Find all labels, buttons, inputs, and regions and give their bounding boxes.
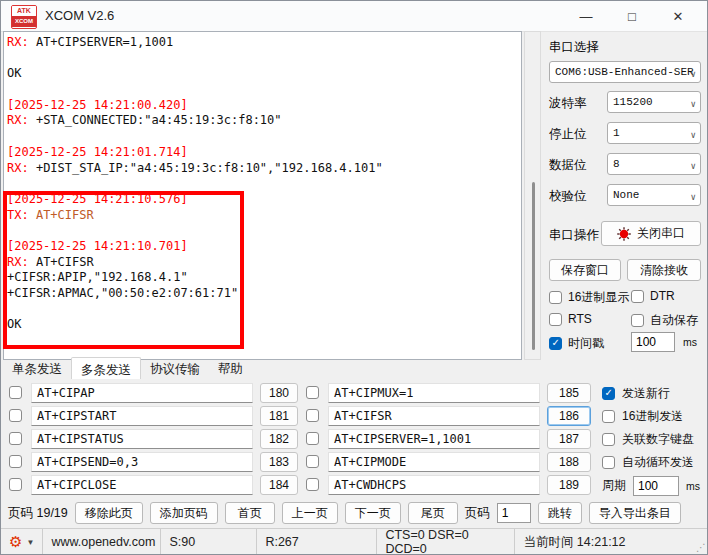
- send-command-row: AT+CIPSTATUS182: [9, 428, 298, 449]
- minimize-button[interactable]: —: [563, 1, 609, 31]
- send-number-button[interactable]: 185: [547, 383, 591, 403]
- settings-menu[interactable]: ⚙ ▼: [1, 529, 43, 555]
- setting-dropdown[interactable]: 115200∨: [607, 91, 701, 113]
- port-select-dropdown[interactable]: COM6:USB-Enhanced-SER ∨: [549, 61, 701, 83]
- send-select-checkbox[interactable]: [9, 409, 22, 422]
- send-command-row: AT+CWDHCPS189: [306, 474, 591, 495]
- log-scrollbar[interactable]: [524, 31, 541, 360]
- maximize-button[interactable]: □: [609, 1, 655, 31]
- close-serial-button[interactable]: 关闭串口: [601, 221, 701, 246]
- save-window-button[interactable]: 保存窗口: [549, 259, 621, 281]
- checkbox-icon[interactable]: [602, 410, 615, 423]
- page-button-上一页[interactable]: 上一页: [282, 502, 338, 524]
- setting-dropdown[interactable]: 8∨: [607, 153, 701, 175]
- scrollbar-thumb[interactable]: [532, 182, 535, 350]
- send-number-button[interactable]: 182: [260, 429, 298, 449]
- command-input[interactable]: AT+CIPCLOSE: [31, 475, 253, 495]
- send-select-checkbox[interactable]: [9, 478, 22, 491]
- checkbox-icon[interactable]: [631, 314, 644, 327]
- option-label: 关联数字键盘: [622, 431, 694, 448]
- dtr-checkbox[interactable]: DTR: [631, 289, 675, 303]
- send-number-button[interactable]: 184: [260, 475, 298, 495]
- command-input[interactable]: AT+CIPMODE: [328, 452, 540, 472]
- checkbox-icon[interactable]: [602, 387, 615, 400]
- rts-checkbox[interactable]: RTS: [549, 312, 592, 326]
- command-input[interactable]: AT+CWDHCPS: [328, 475, 540, 495]
- checkbox-icon[interactable]: [602, 456, 615, 469]
- close-serial-label: 关闭串口: [637, 225, 685, 242]
- command-input[interactable]: AT+CIFSR: [328, 406, 540, 426]
- send-select-checkbox[interactable]: [9, 386, 22, 399]
- send-option-关联数字键盘[interactable]: 关联数字键盘: [602, 428, 706, 451]
- window-title: XCOM V2.6: [45, 8, 114, 23]
- website-link[interactable]: www.openedv.com: [43, 529, 161, 555]
- checkbox-icon[interactable]: [631, 290, 644, 303]
- tab-单条发送[interactable]: 单条发送: [3, 359, 71, 379]
- checkbox-icon[interactable]: [549, 313, 562, 326]
- send-number-button[interactable]: 187: [547, 429, 591, 449]
- command-input[interactable]: AT+CIPMUX=1: [328, 383, 540, 403]
- hex-display-label: 16进制显示: [568, 289, 629, 306]
- period-row: 周期ms: [602, 474, 706, 497]
- clear-receive-button[interactable]: 清除接收: [627, 259, 701, 281]
- send-command-row: AT+CIPMODE188: [306, 451, 591, 472]
- logo-bottom-text: XCOM: [12, 16, 36, 27]
- log-line: RX: AT+CIPSERVER=1,1001: [7, 35, 519, 51]
- send-number-button[interactable]: 189: [547, 475, 591, 495]
- command-input[interactable]: AT+CIPSTART: [31, 406, 253, 426]
- log-line: [7, 129, 519, 145]
- caret-down-icon: ▼: [26, 538, 34, 547]
- command-input[interactable]: AT+CIPSERVER=1,1001: [328, 429, 540, 449]
- send-command-row: AT+CIPAP180: [9, 382, 298, 403]
- command-input[interactable]: AT+CIPAP: [31, 383, 253, 403]
- page-button-移除此页[interactable]: 移除此页: [75, 502, 143, 524]
- command-input[interactable]: AT+CIPSTATUS: [31, 429, 253, 449]
- gear-icon[interactable]: ⚙: [9, 533, 22, 551]
- setting-dropdown[interactable]: 1∨: [607, 122, 701, 144]
- port-select-label: 串口选择: [549, 39, 599, 56]
- goto-page-input[interactable]: [497, 503, 531, 523]
- send-number-button[interactable]: 183: [260, 452, 298, 472]
- checkbox-icon[interactable]: [549, 337, 562, 350]
- chevron-down-icon: ∨: [691, 126, 696, 144]
- close-button[interactable]: ✕: [655, 1, 701, 31]
- send-option-发送新行[interactable]: 发送新行: [602, 382, 706, 405]
- send-select-checkbox[interactable]: [306, 432, 319, 445]
- timestamp-interval-input[interactable]: [631, 332, 675, 352]
- log-line: [2025-12-25 14:21:00.420]: [7, 98, 519, 114]
- log-line: [7, 51, 519, 67]
- command-input[interactable]: AT+CIPSEND=0,3: [31, 452, 253, 472]
- send-select-checkbox[interactable]: [9, 455, 22, 468]
- status-bar: ⚙ ▼ www.openedv.com S:90 R:267 CTS=0 DSR…: [1, 528, 708, 555]
- page-button-尾页[interactable]: 尾页: [408, 502, 458, 524]
- page-button-添加页码[interactable]: 添加页码: [150, 502, 218, 524]
- jump-button[interactable]: 跳转: [538, 502, 582, 524]
- setting-dropdown[interactable]: None∨: [607, 184, 701, 206]
- period-input[interactable]: [633, 476, 679, 496]
- send-option-16进制发送[interactable]: 16进制发送: [602, 405, 706, 428]
- page-button-下一页[interactable]: 下一页: [345, 502, 401, 524]
- checkbox-icon[interactable]: [602, 433, 615, 446]
- timestamp-checkbox[interactable]: 时间戳: [549, 335, 604, 352]
- send-select-checkbox[interactable]: [306, 409, 319, 422]
- send-number-button[interactable]: 188: [547, 452, 591, 472]
- hex-display-checkbox[interactable]: 16进制显示: [549, 289, 629, 306]
- send-number-button[interactable]: 180: [260, 383, 298, 403]
- send-select-checkbox[interactable]: [306, 386, 319, 399]
- send-select-checkbox[interactable]: [306, 478, 319, 491]
- send-option-自动循环发送[interactable]: 自动循环发送: [602, 451, 706, 474]
- log-line: [7, 82, 519, 98]
- tab-帮助[interactable]: 帮助: [209, 359, 252, 379]
- send-number-button[interactable]: 181: [260, 406, 298, 426]
- send-select-checkbox[interactable]: [306, 455, 319, 468]
- option-label: 发送新行: [622, 385, 670, 402]
- resize-grip[interactable]: ⋰: [696, 542, 707, 553]
- import-export-button[interactable]: 导入导出条目: [589, 502, 681, 524]
- autosave-checkbox[interactable]: 自动保存: [631, 312, 698, 329]
- checkbox-icon[interactable]: [549, 291, 562, 304]
- send-number-button[interactable]: 186: [547, 406, 591, 426]
- send-select-checkbox[interactable]: [9, 432, 22, 445]
- page-button-首页[interactable]: 首页: [225, 502, 275, 524]
- tab-多条发送[interactable]: 多条发送: [71, 357, 141, 380]
- tab-协议传输[interactable]: 协议传输: [141, 359, 209, 379]
